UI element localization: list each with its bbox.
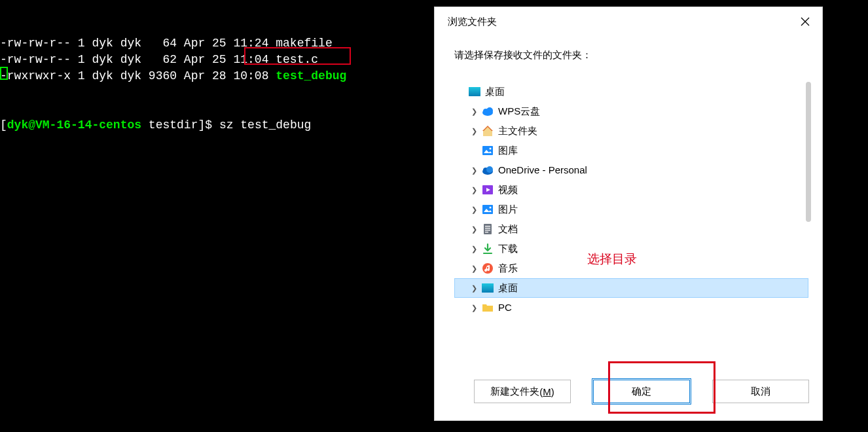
chevron-right-icon[interactable]: ❯ [469, 180, 479, 200]
chevron-right-icon[interactable]: ❯ [469, 200, 479, 219]
terminal-line: -rw-rw-r-- 1 dyk dyk 64 Apr 25 11:24 mak… [0, 35, 433, 52]
chevron-right-icon[interactable]: ❯ [469, 101, 479, 121]
new-folder-button[interactable]: 新建文件夹(M) [474, 380, 571, 403]
close-button[interactable] [788, 7, 822, 36]
tree-item[interactable]: ❯PC [455, 298, 808, 317]
tree-item-label: 视频 [498, 180, 518, 200]
cloud-onedrive-icon [481, 164, 494, 177]
desktop-icon [481, 281, 494, 295]
dialog-buttons: 新建文件夹(M) 确定 取消 [435, 364, 822, 420]
dialog-titlebar: 浏览文件夹 [435, 7, 822, 36]
svg-rect-13 [484, 224, 492, 234]
svg-rect-5 [482, 146, 493, 155]
annotation-select-dir: 选择目录 [587, 251, 637, 268]
tree-item[interactable]: ❯OneDrive - Personal [455, 160, 808, 180]
document-icon [481, 223, 494, 236]
svg-point-19 [482, 263, 493, 274]
desktop-icon [468, 85, 481, 98]
chevron-right-icon[interactable]: ❯ [469, 219, 479, 239]
svg-rect-14 [485, 226, 490, 226]
svg-point-6 [490, 148, 492, 150]
svg-point-9 [486, 166, 493, 173]
svg-point-4 [486, 107, 493, 114]
tree-item-label: 桌面 [498, 278, 518, 298]
tree-item[interactable]: ❯桌面 [454, 278, 808, 298]
browse-folder-dialog: 浏览文件夹 请选择保存接收文件的文件夹： ❯桌面❯WPS云盘❯主文件夹❯图库❯O… [434, 7, 823, 421]
svg-rect-15 [485, 228, 490, 228]
tree-item-label: 下载 [498, 239, 518, 259]
gallery-icon [481, 144, 494, 157]
folder-tree[interactable]: ❯桌面❯WPS云盘❯主文件夹❯图库❯OneDrive - Personal❯视频… [454, 81, 809, 364]
svg-rect-21 [482, 283, 494, 293]
cloud-blue-icon [481, 105, 494, 118]
tree-item[interactable]: ❯图库 [455, 141, 808, 160]
tree-item-label: PC [498, 298, 512, 317]
home-icon [481, 124, 494, 137]
terminal-prompt-line: [dyk@VM-16-14-centos testdir]$ sz test_d… [0, 117, 433, 134]
svg-point-12 [490, 207, 492, 209]
tree-item[interactable]: ❯文档 [455, 219, 808, 239]
tree-item[interactable]: ❯图片 [455, 200, 808, 219]
tree-item[interactable]: ❯主文件夹 [455, 121, 808, 141]
tree-item[interactable]: ❯视频 [455, 180, 808, 200]
chevron-right-icon[interactable]: ❯ [469, 278, 479, 298]
tree-item-label: 主文件夹 [498, 121, 537, 141]
svg-rect-11 [482, 205, 493, 214]
svg-rect-16 [485, 230, 490, 230]
tree-item-label: OneDrive - Personal [498, 160, 587, 180]
tree-item[interactable]: ❯WPS云盘 [455, 101, 808, 121]
chevron-right-icon[interactable]: ❯ [469, 160, 479, 180]
terminal-line: -rwxrwxr-x 1 dyk dyk 9360 Apr 28 10:08 t… [0, 68, 433, 84]
folder-icon [481, 301, 494, 314]
tree-item-label: WPS云盘 [498, 101, 540, 121]
chevron-right-icon[interactable]: ❯ [469, 239, 479, 259]
dialog-prompt: 请选择保存接收文件的文件夹： [454, 49, 809, 62]
ok-button[interactable]: 确定 [593, 380, 690, 403]
svg-rect-17 [485, 232, 488, 232]
tree-item-label: 桌面 [485, 82, 505, 101]
picture-icon [481, 203, 494, 216]
terminal[interactable]: -rw-rw-r-- 1 dyk dyk 64 Apr 25 11:24 mak… [0, 0, 433, 432]
close-icon [801, 17, 810, 26]
music-icon [481, 262, 494, 275]
tree-root[interactable]: ❯桌面 [455, 82, 808, 101]
terminal-line: -rw-rw-r-- 1 dyk dyk 62 Apr 25 11:04 tes… [0, 52, 433, 68]
chevron-right-icon[interactable]: ❯ [469, 259, 479, 278]
svg-rect-1 [469, 87, 480, 96]
dialog-title: 浏览文件夹 [448, 16, 497, 28]
video-icon [481, 183, 494, 196]
scrollbar[interactable] [806, 82, 811, 222]
chevron-right-icon[interactable]: ❯ [469, 121, 479, 141]
terminal-cursor [0, 67, 8, 80]
tree-item-label: 文档 [498, 219, 518, 239]
tree-item-label: 音乐 [498, 259, 518, 278]
download-icon [481, 242, 494, 255]
cancel-button[interactable]: 取消 [712, 380, 809, 403]
tree-item-label: 图库 [498, 141, 518, 160]
chevron-right-icon[interactable]: ❯ [469, 298, 479, 317]
tree-item-label: 图片 [498, 200, 518, 219]
